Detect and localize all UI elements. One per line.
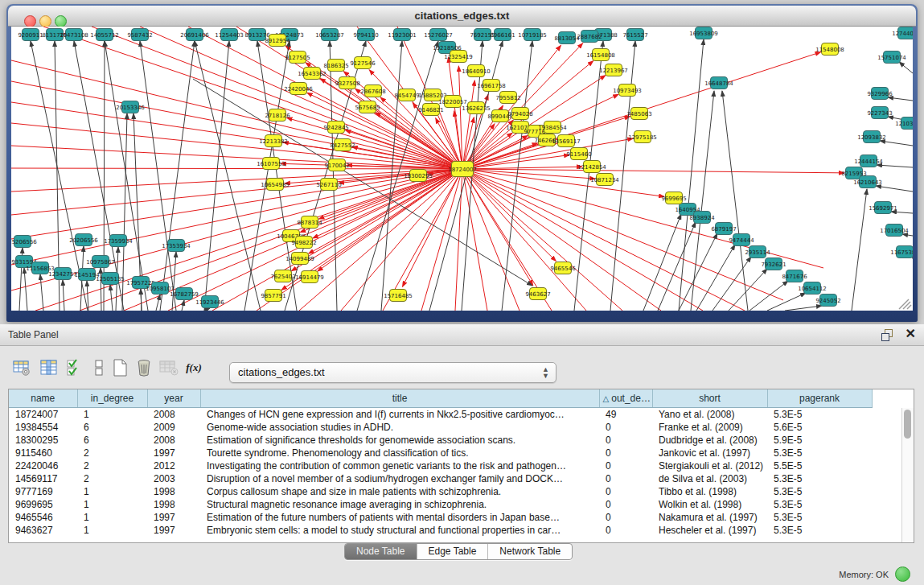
table-cell[interactable]: 2008 xyxy=(147,434,200,447)
network-node[interactable]: 17353934 xyxy=(162,240,191,252)
table-cell[interactable]: 14569117 xyxy=(9,472,77,485)
table-cell[interactable]: Wolkin et al. (1998) xyxy=(652,498,767,511)
network-node[interactable]: 12975185 xyxy=(628,131,657,143)
float-panel-icon[interactable] xyxy=(881,329,893,340)
table-cell[interactable]: 9115460 xyxy=(9,447,77,459)
network-node[interactable]: 17359934 xyxy=(104,235,133,247)
network-node[interactable]: 7625402 xyxy=(270,270,295,282)
table-cell[interactable]: 18300295 xyxy=(9,434,77,447)
network-node[interactable]: 9200911 xyxy=(18,29,43,41)
table-cell[interactable]: 5.3E-5 xyxy=(767,524,872,537)
table-cell[interactable]: 0 xyxy=(599,524,652,537)
network-node[interactable]: 10654112 xyxy=(798,282,827,295)
table-cell[interactable]: 0 xyxy=(599,485,652,498)
table-cell[interactable]: 5.3E-5 xyxy=(767,408,872,422)
network-view-window[interactable]: citations_edges.txt 92009118131720104731… xyxy=(6,4,918,322)
network-node[interactable]: 16107553 xyxy=(257,158,285,170)
network-node[interactable]: 10871234 xyxy=(590,174,619,186)
network-node[interactable]: 18724007 xyxy=(448,162,477,177)
network-node[interactable]: 7485063 xyxy=(626,108,651,120)
table-cell[interactable]: 1 xyxy=(77,485,147,498)
table-cell[interactable]: Changes of HCN gene expression and I(f) … xyxy=(200,408,599,422)
tab-network-table[interactable]: Network Table xyxy=(488,544,572,559)
table-cell[interactable]: 1997 xyxy=(147,511,200,524)
table-cell[interactable]: 0 xyxy=(599,498,652,511)
network-node[interactable]: 9794110 xyxy=(353,29,378,41)
table-cell[interactable]: Yano et al. (2008) xyxy=(652,408,767,422)
table-cell[interactable]: Tourette syndrome. Phenomenology and cla… xyxy=(200,447,599,459)
table-cell[interactable]: Jankovic et al. (1997) xyxy=(652,447,767,459)
table-vertical-scrollbar[interactable] xyxy=(901,408,914,542)
table-cell[interactable]: 2012 xyxy=(147,459,200,472)
network-canvas[interactable]: 9200911813172010473108140557129587432206… xyxy=(11,27,913,311)
network-node[interactable]: 6966161 xyxy=(490,29,515,41)
table-cell[interactable]: Investigating the contribution of common… xyxy=(200,459,599,472)
table-cell[interactable]: 0 xyxy=(599,472,652,485)
network-node[interactable]: 12744061 xyxy=(892,27,913,39)
network-node[interactable]: 18640910 xyxy=(462,65,491,77)
network-node[interactable]: 9857791 xyxy=(261,290,285,302)
network-node[interactable]: 8813054 xyxy=(554,32,580,44)
table-cell[interactable]: 18724007 xyxy=(9,408,77,422)
tab-node-table[interactable]: Node Table xyxy=(345,544,417,559)
table-cell[interactable]: 5.3E-5 xyxy=(767,472,872,485)
table-cell[interactable]: 2003 xyxy=(147,472,200,485)
column-header-year[interactable]: year xyxy=(147,389,200,408)
table-cell[interactable]: 2 xyxy=(77,447,147,459)
table-cell[interactable]: Stergiakouli et al. (2012) xyxy=(652,459,767,472)
column-header-name[interactable]: name xyxy=(9,389,77,408)
table-cell[interactable]: 5.3E-5 xyxy=(767,447,872,459)
table-cell[interactable]: Corpus callosum shape and size in male p… xyxy=(200,485,599,498)
table-selector[interactable]: citations_edges.txt ▲▼ xyxy=(229,362,556,383)
network-node[interactable]: 9699695 xyxy=(661,192,686,204)
network-node[interactable]: 8938924 xyxy=(689,212,715,224)
table-cell[interactable]: Franke et al. (2009) xyxy=(652,421,767,434)
canvas-resize-grip[interactable] xyxy=(899,299,911,309)
table-cell[interactable]: 1 xyxy=(77,498,147,511)
table-cell[interactable]: 1998 xyxy=(147,485,200,498)
table-cell[interactable]: 5.6E-5 xyxy=(767,421,872,434)
network-node[interactable]: 9474444 xyxy=(729,234,754,246)
memory-status-indicator[interactable] xyxy=(895,566,910,582)
table-cell[interactable]: 9463627 xyxy=(9,524,77,537)
table-cell[interactable]: Nakamura et al. (1997) xyxy=(652,511,767,524)
table-cell[interactable]: 2008 xyxy=(147,408,200,422)
network-node[interactable]: 8186325 xyxy=(323,60,348,72)
table-row[interactable]: 969969511998Structural magnetic resonanc… xyxy=(9,498,872,511)
table-row[interactable]: 946362711997Embryonic stem cells: a mode… xyxy=(9,524,872,537)
network-node[interactable]: 15716485 xyxy=(384,290,413,302)
network-node[interactable]: 7615527 xyxy=(622,29,647,41)
select-all-columns-button[interactable] xyxy=(64,357,85,378)
table-cell[interactable]: 5.3E-5 xyxy=(767,511,872,524)
network-node[interactable]: 9127546 xyxy=(350,57,376,69)
column-header-in_degree[interactable]: in_degree xyxy=(77,389,147,408)
network-node[interactable]: 20691406 xyxy=(180,29,209,41)
table-row[interactable]: 1872400712008Changes of HCN gene express… xyxy=(9,408,872,422)
table-cell[interactable]: 9777169 xyxy=(9,485,77,498)
column-header-out_de[interactable]: △out_de… xyxy=(599,389,652,408)
network-node[interactable]: 11923001 xyxy=(388,29,417,41)
network-node[interactable]: 16953809 xyxy=(689,27,718,39)
column-header-short[interactable]: short xyxy=(652,389,767,408)
network-node[interactable]: 9170042 xyxy=(324,159,349,171)
table-cell[interactable]: 19384554 xyxy=(9,421,77,434)
tab-edge-table[interactable]: Edge Table xyxy=(417,544,489,559)
table-cell[interactable]: 6 xyxy=(77,421,147,434)
table-cell[interactable]: de Silva et al. (2003) xyxy=(652,472,767,485)
table-cell[interactable]: 9699695 xyxy=(9,498,77,511)
table-cell[interactable]: Estimation of the future numbers of pati… xyxy=(200,511,599,524)
network-node[interactable]: 15751074 xyxy=(877,51,906,64)
network-node[interactable]: 10653287 xyxy=(315,29,344,41)
network-node[interactable]: 25206556 xyxy=(11,236,37,248)
network-node[interactable]: 8878314 xyxy=(297,216,322,229)
table-cell[interactable]: 1 xyxy=(77,524,147,537)
network-node[interactable]: 11254403 xyxy=(215,29,244,41)
table-mode-button[interactable] xyxy=(11,357,32,378)
network-node[interactable]: 22420046 xyxy=(284,83,313,95)
table-cell[interactable]: 2009 xyxy=(147,421,200,434)
network-node[interactable]: 7955812 xyxy=(495,92,520,104)
table-cell[interactable]: 5.3E-5 xyxy=(767,498,872,511)
table-cell[interactable]: 0 xyxy=(599,447,652,459)
table-cell[interactable]: 22420046 xyxy=(9,459,77,472)
network-node[interactable]: 15276027 xyxy=(424,29,453,41)
